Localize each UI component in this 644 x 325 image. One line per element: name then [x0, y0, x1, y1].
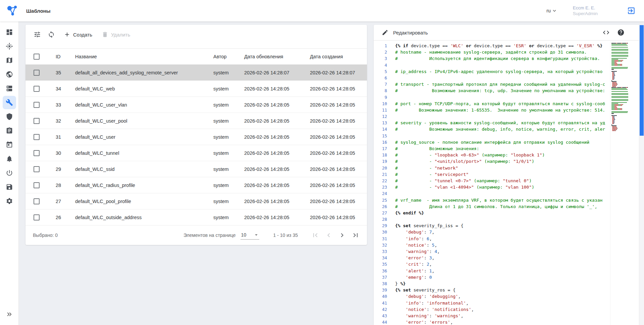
- code-line: 22# - "tunnel <0-7>" (например: "tunnel …: [374, 178, 608, 184]
- line-number: 38: [374, 280, 392, 287]
- code-line-text: # syslog_source - полное описание интерф…: [392, 139, 608, 145]
- code-line-text: # Возможные значения: 1-65535. Значение …: [392, 107, 608, 113]
- logout-button[interactable]: [626, 5, 637, 16]
- next-page-button[interactable]: [337, 231, 347, 240]
- line-number: 12: [374, 113, 392, 120]
- line-number: 37: [374, 274, 392, 280]
- table-row[interactable]: 31default_WLC_usersystem2026-02-26 14:28…: [25, 129, 367, 145]
- row-checkbox[interactable]: [34, 86, 40, 92]
- code-line: 14# Возможные значения: debug, info, not…: [374, 126, 608, 132]
- sidebar-item-power[interactable]: [3, 166, 16, 180]
- last-page-button[interactable]: [351, 231, 360, 240]
- sidebar-item-notifications[interactable]: [3, 152, 16, 166]
- sidebar-item-security[interactable]: [3, 110, 16, 123]
- code-line: 3# Используется для идентификации сервер…: [374, 55, 608, 62]
- per-page-select[interactable]: 10: [240, 231, 259, 240]
- code-view-button[interactable]: [601, 27, 611, 38]
- row-checkbox[interactable]: [34, 118, 40, 124]
- table-row[interactable]: 35default_all_devices_add_syslog_remote_…: [25, 65, 367, 81]
- row-checkbox[interactable]: [34, 182, 40, 188]
- delete-button[interactable]: Удалить: [102, 31, 130, 38]
- table-row[interactable]: 28default_WLC_radius_profilesystem2026-0…: [25, 177, 367, 193]
- row-checkbox[interactable]: [34, 70, 40, 76]
- first-page-button[interactable]: [311, 231, 320, 240]
- row-checkbox[interactable]: [34, 102, 40, 108]
- filter-button[interactable]: [32, 29, 43, 40]
- calendar-icon: [6, 141, 13, 148]
- help-button[interactable]: [616, 27, 626, 38]
- table-row[interactable]: 30default_WLC_tunnelsystem2026-02-26 14:…: [25, 145, 367, 161]
- cell-name: default_WLC_tunnel: [66, 145, 205, 161]
- line-number: 41: [374, 300, 392, 306]
- language-value: ru: [546, 8, 550, 13]
- page-title: Шаблоны: [26, 8, 51, 14]
- table-row[interactable]: 29default_WLC_ssidsystem2026-02-26 14:28…: [25, 161, 367, 177]
- line-number: 36: [374, 268, 392, 274]
- chevron-down-icon: [551, 8, 557, 14]
- editor-scrollbar-thumb[interactable]: [640, 25, 644, 136]
- cell-author: system: [205, 177, 235, 193]
- sidebar-item-backup[interactable]: [3, 180, 16, 194]
- row-checkbox[interactable]: [34, 166, 40, 172]
- code-line-text: [392, 190, 608, 197]
- code-line: 41 'info': 'informational',: [374, 300, 608, 306]
- row-checkbox[interactable]: [34, 214, 40, 220]
- chevron-right-icon: [338, 231, 346, 239]
- sidebar-item-dashboard[interactable]: [3, 25, 16, 39]
- refresh-button[interactable]: [46, 29, 57, 40]
- sidebar-item-maps[interactable]: [3, 54, 16, 67]
- cell-updated: 2026-02-26 14:28:05: [235, 161, 301, 177]
- table-row[interactable]: 26default_WLC_outside_addresssystem2026-…: [25, 209, 367, 225]
- table-row[interactable]: 32default_WLC_user_poolsystem2026-02-26 …: [25, 113, 367, 129]
- cell-author: system: [205, 113, 235, 129]
- line-number: 20: [374, 165, 392, 171]
- row-checkbox[interactable]: [34, 134, 40, 140]
- code-line-text: } %}: [392, 280, 608, 287]
- previous-page-button[interactable]: [324, 231, 333, 240]
- code-editor[interactable]: 1{% if device.type == 'WLC' or device.ty…: [374, 41, 644, 325]
- code-line-text: 'info': 'informational',: [392, 300, 608, 306]
- code-line-text: # ip_address - IPv4/IPv6-адрес удаленног…: [392, 68, 608, 75]
- code-line-text: # severity - уровень важности syslog-соо…: [392, 120, 608, 126]
- cell-author: system: [205, 81, 235, 97]
- code-line-text: 'info': 6,: [392, 236, 608, 242]
- select-all-checkbox[interactable]: [34, 54, 40, 60]
- row-checkbox[interactable]: [34, 198, 40, 204]
- sidebar-item-tasks[interactable]: [3, 124, 16, 137]
- table-row[interactable]: 27default_WLC_pool_profilesystem2026-02-…: [25, 193, 367, 209]
- sidebar: [0, 21, 19, 325]
- line-number: 44: [374, 319, 392, 325]
- row-checkbox[interactable]: [34, 150, 40, 156]
- table-row[interactable]: 33default_WLC_user_vlansystem2026-02-26 …: [25, 97, 367, 113]
- line-number: 9: [374, 94, 392, 101]
- sidebar-item-schedule[interactable]: [3, 138, 16, 151]
- code-line: 12: [374, 113, 608, 120]
- column-header-3: Дата обновления: [235, 49, 301, 65]
- flare-icon: [6, 43, 13, 50]
- sidebar-item-devices[interactable]: [3, 82, 16, 95]
- sidebar-item-settings[interactable]: [3, 194, 16, 208]
- code-line: 4: [374, 62, 608, 68]
- sidebar-expand-button[interactable]: [3, 308, 16, 321]
- sidebar-item-events[interactable]: [3, 40, 16, 53]
- table-row[interactable]: 34default_WLC_websystem2026-02-26 14:28:…: [25, 81, 367, 97]
- cell-id: 32: [47, 113, 66, 129]
- sidebar-item-templates[interactable]: [3, 96, 16, 109]
- line-number: 28: [374, 216, 392, 222]
- editor-minimap[interactable]: [610, 42, 639, 325]
- refresh-icon: [48, 31, 55, 38]
- sidebar-item-network[interactable]: [3, 68, 16, 81]
- line-number: 34: [374, 255, 392, 261]
- code-line-text: {% endif %}: [392, 210, 608, 216]
- trash-icon: [102, 31, 108, 38]
- cell-updated: 2026-02-26 14:28:05: [235, 145, 301, 161]
- create-button[interactable]: Создать: [64, 31, 92, 38]
- line-number: 4: [374, 62, 392, 68]
- language-selector[interactable]: ru: [546, 8, 557, 14]
- cell-author: system: [205, 129, 235, 145]
- editor-scrollbar[interactable]: [639, 25, 644, 325]
- line-number: 32: [374, 242, 392, 248]
- cell-id: 33: [47, 97, 66, 113]
- line-number: 21: [374, 171, 392, 178]
- clipboard-icon: [6, 127, 13, 134]
